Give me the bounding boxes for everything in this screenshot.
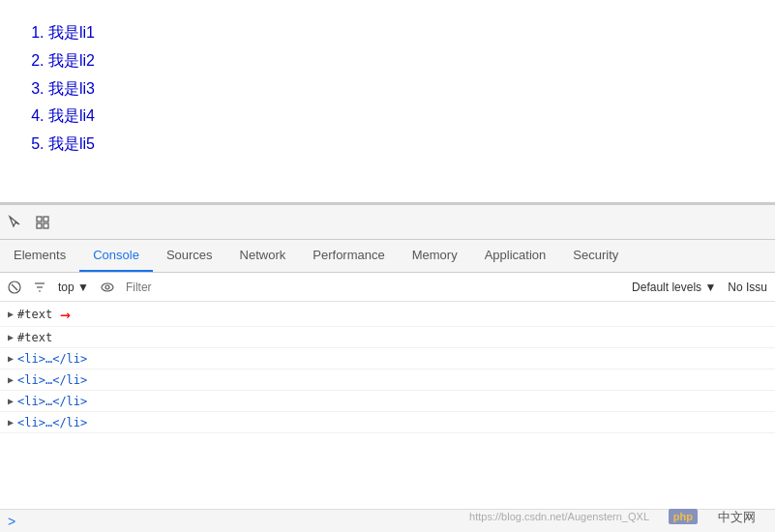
svg-rect-2 xyxy=(37,223,42,228)
list-item: 我是li1 xyxy=(48,19,746,47)
list-item: 我是li2 xyxy=(48,47,746,75)
console-toolbar: top ▼ Default levels ▼ No Issu xyxy=(0,273,775,302)
devtools-tabs: Elements Console Sources Network Perform… xyxy=(0,240,775,273)
red-arrow: → xyxy=(60,304,71,324)
filter-icon[interactable] xyxy=(29,277,50,298)
csdn-link: https://blog.csdn.net/Augenstern_QXL xyxy=(469,511,649,522)
console-row-3: ▶ <li>…</li> xyxy=(0,348,775,369)
top-selector[interactable]: top ▼ xyxy=(54,279,93,296)
expand-arrow-5[interactable]: ▶ xyxy=(8,396,14,406)
node-link-2: <li>…</li> xyxy=(17,373,87,387)
node-text-2: #text xyxy=(17,331,52,344)
tab-performance[interactable]: Performance xyxy=(299,240,398,272)
svg-rect-1 xyxy=(44,217,48,222)
tab-network[interactable]: Network xyxy=(226,240,300,272)
tab-memory[interactable]: Memory xyxy=(399,240,471,272)
svg-point-10 xyxy=(105,285,109,289)
console-content: ▶ #text → ▶ #text ▶ <li>…</li> ▶ <li>…</… xyxy=(0,302,775,509)
list-item: 我是li5 xyxy=(48,131,746,159)
tab-application[interactable]: Application xyxy=(471,240,560,272)
expand-arrow-4[interactable]: ▶ xyxy=(8,374,14,385)
no-issues: No Issu xyxy=(724,281,771,294)
eye-icon[interactable] xyxy=(97,277,118,298)
inspect-icon[interactable] xyxy=(31,211,54,234)
node-text-1: #text xyxy=(17,308,52,321)
expand-arrow-3[interactable]: ▶ xyxy=(8,353,14,364)
console-row-5: ▶ <li>…</li> xyxy=(0,391,775,412)
zhongwen-label: 中文网 xyxy=(718,509,756,526)
node-link-4: <li>…</li> xyxy=(17,416,87,429)
clear-console-icon[interactable] xyxy=(4,277,25,298)
devtools-panel: Elements Console Sources Network Perform… xyxy=(0,203,775,532)
console-row-6: ▶ <li>…</li> xyxy=(0,412,775,433)
cursor-icon[interactable] xyxy=(4,211,27,234)
expand-arrow-6[interactable]: ▶ xyxy=(8,417,14,428)
tab-elements[interactable]: Elements xyxy=(0,240,79,272)
list-item: 我是li4 xyxy=(48,103,746,131)
console-row-2: ▶ #text xyxy=(0,327,775,348)
console-row-4: ▶ <li>…</li> xyxy=(0,369,775,391)
tab-sources[interactable]: Sources xyxy=(153,240,226,272)
svg-point-9 xyxy=(102,283,113,291)
tab-security[interactable]: Security xyxy=(559,240,632,272)
svg-rect-3 xyxy=(44,223,48,228)
list: 我是li1 我是li2 我是li3 我是li4 我是li5 xyxy=(29,19,746,159)
php-badge: php xyxy=(669,509,698,524)
filter-input[interactable] xyxy=(122,277,624,298)
chevron-right-icon[interactable]: > xyxy=(8,514,15,529)
console-row-1: ▶ #text → xyxy=(0,302,775,327)
default-levels[interactable]: Default levels ▼ xyxy=(628,281,720,294)
list-item: 我是li3 xyxy=(48,75,746,103)
devtools-bottom: > xyxy=(0,509,775,532)
svg-rect-0 xyxy=(37,217,42,222)
top-label: top ▼ xyxy=(58,281,89,294)
node-link-3: <li>…</li> xyxy=(17,395,87,408)
tab-console[interactable]: Console xyxy=(79,240,153,272)
expand-arrow-1[interactable]: ▶ xyxy=(8,309,14,319)
svg-line-5 xyxy=(12,284,17,290)
expand-arrow-2[interactable]: ▶ xyxy=(8,332,14,342)
node-link-1: <li>…</li> xyxy=(17,352,87,366)
devtools-toolbar xyxy=(0,205,775,240)
main-content: 我是li1 我是li2 我是li3 我是li4 我是li5 xyxy=(0,0,775,203)
